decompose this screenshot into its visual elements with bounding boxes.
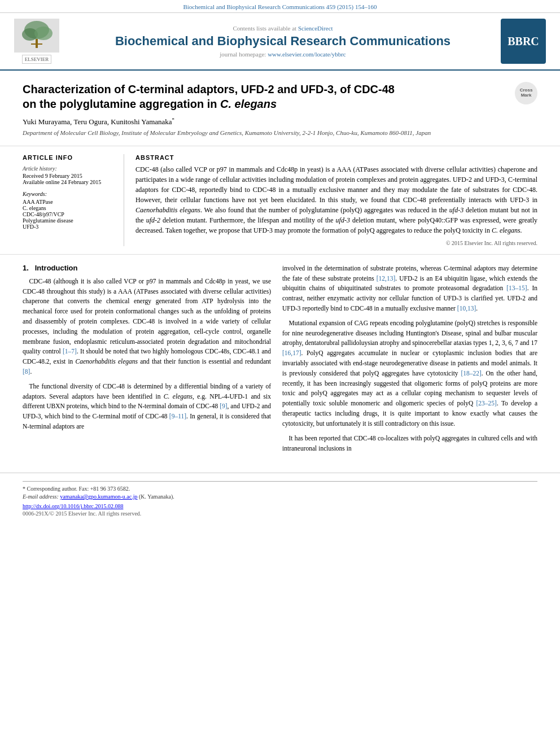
svg-rect-5: [31, 43, 42, 45]
keyword-5: UFD-3: [23, 224, 116, 230]
keywords-label: Keywords:: [23, 191, 116, 197]
keyword-2: C. elegans: [23, 205, 116, 211]
right-column: involved in the determination of substra…: [282, 264, 537, 458]
email-link[interactable]: yamanaka@gpo.kumamon-u.ac.jp: [60, 493, 137, 500]
journal-title: Biochemical and Biophysical Research Com…: [68, 34, 498, 49]
elsevier-logo-area: ELSEVIER: [11, 19, 62, 64]
crossmark-badge[interactable]: CrossMark: [515, 82, 537, 104]
bbrc-logo-area: BBRC: [498, 19, 549, 64]
affiliation: Department of Molecular Cell Biology, In…: [23, 129, 509, 137]
svg-point-3: [34, 27, 53, 40]
journal-citation-bar: Biochemical and Biophysical Research Com…: [0, 0, 560, 13]
article-info-heading: ARTICLE INFO: [23, 154, 116, 161]
bbrc-logo: BBRC: [501, 19, 546, 64]
article-info-panel: ARTICLE INFO Article history: Received 9…: [23, 154, 124, 246]
article-footer: * Corresponding author. Fax: +81 96 373 …: [0, 473, 560, 521]
right-paragraph-1: involved in the determination of substra…: [282, 264, 537, 314]
journal-homepage: journal homepage: www.elsevier.com/locat…: [68, 51, 498, 58]
journal-art-icon: [14, 19, 59, 53]
keywords-section: Keywords: AAA ATPase C. elegans CDC-48/p…: [23, 191, 116, 230]
keyword-4: Polyglutamine disease: [23, 217, 116, 224]
footer-divider: [23, 481, 537, 482]
doi-link[interactable]: http://dx.doi.org/10.1016/j.bbrc.2015.02…: [23, 503, 123, 509]
article-title: Characterization of C-terminal adaptors,…: [23, 82, 509, 111]
abstract-heading: ABSTRACT: [135, 154, 537, 161]
main-content: 1. Introduction CDC-48 (although it is a…: [0, 255, 560, 468]
intro-paragraph-2: The functional diversity of CDC-48 is de…: [23, 382, 271, 432]
available-date: Available online 24 February 2015: [23, 179, 116, 185]
article-title-section: Characterization of C-terminal adaptors,…: [0, 71, 560, 146]
keyword-1: AAA ATPase: [23, 199, 116, 205]
corresponding-author: * Corresponding author. Fax: +81 96 373 …: [23, 485, 537, 493]
right-paragraph-2: Mutational expansion of CAG repeats enco…: [282, 318, 537, 429]
email-address: E-mail address: yamanaka@gpo.kumamon-u.a…: [23, 493, 537, 501]
right-paragraph-3: It has been reported that CDC-48 co-loca…: [282, 434, 537, 454]
issn-line: 0006-291X/© 2015 Elsevier Inc. All right…: [23, 510, 537, 517]
article-info-abstract: ARTICLE INFO Article history: Received 9…: [0, 146, 560, 255]
journal-citation-text: Biochemical and Biophysical Research Com…: [183, 3, 377, 10]
homepage-link[interactable]: www.elsevier.com/locate/ybbrc: [268, 51, 346, 58]
authors: Yuki Murayama, Teru Ogura, Kunitoshi Yam…: [23, 117, 509, 126]
article-history-label: Article history:: [23, 165, 116, 172]
abstract-section: ABSTRACT CDC-48 (also called VCP or p97 …: [135, 154, 537, 246]
left-column: 1. Introduction CDC-48 (although it is a…: [23, 264, 271, 458]
doi-line: http://dx.doi.org/10.1016/j.bbrc.2015.02…: [23, 503, 537, 509]
journal-header: ELSEVIER Contents lists available at Sci…: [0, 13, 560, 71]
abstract-text: CDC-48 (also called VCP or p97 in mammal…: [135, 164, 537, 235]
sciencedirect-label: Contents lists available at ScienceDirec…: [68, 25, 498, 32]
copyright-text: © 2015 Elsevier Inc. All rights reserved…: [135, 240, 537, 246]
journal-center-info: Contents lists available at ScienceDirec…: [68, 25, 498, 58]
introduction-title: 1. Introduction: [23, 264, 271, 272]
sciencedirect-link[interactable]: ScienceDirect: [298, 25, 333, 32]
elsevier-text: ELSEVIER: [22, 55, 52, 64]
keyword-3: CDC-48/p97/VCP: [23, 211, 116, 217]
intro-paragraph-1: CDC-48 (although it is also called VCP o…: [23, 277, 271, 377]
received-date: Received 9 February 2015: [23, 173, 116, 179]
